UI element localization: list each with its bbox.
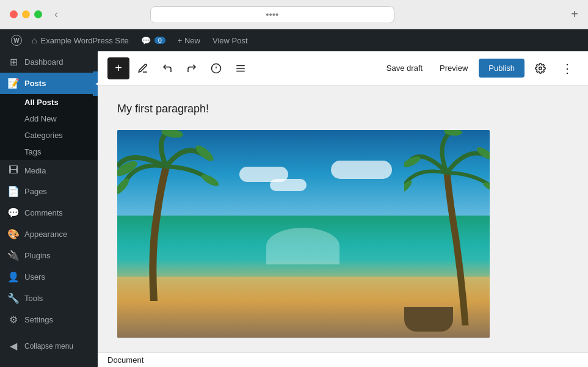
list-view-button[interactable] [230,57,252,79]
admin-bar-new[interactable]: + New [172,29,206,51]
admin-bar-comments[interactable]: 💬 0 [135,29,172,51]
media-label: Media [24,166,46,175]
browser-chrome: ‹ •••• + [0,0,588,29]
save-draft-button[interactable]: Save draft [380,60,429,76]
sidebar-item-posts[interactable]: 📝 Posts ◀ [0,73,98,94]
sidebar-item-media[interactable]: 🎞 Media [0,160,98,181]
info-button[interactable] [205,57,227,79]
minimize-button[interactable] [22,10,30,18]
sidebar-item-settings[interactable]: ⚙ Settings [0,309,98,330]
settings-label: Settings [24,315,53,324]
sidebar-item-users[interactable]: 👤 Users [0,266,98,288]
admin-bar-view-post[interactable]: View Post [206,29,254,51]
admin-bar-site[interactable]: ⌂ Example WordPress Site [26,29,135,51]
cloud-2 [270,179,307,191]
collapse-label: Collapse menu [24,342,73,351]
wp-admin-bar: W ⌂ Example WordPress Site 💬 0 + New Vie… [0,29,588,51]
browser-back-button[interactable]: ‹ [54,8,58,21]
svg-point-8 [539,67,542,70]
comment-count-badge: 0 [154,37,165,44]
submenu-add-new[interactable]: Add New [0,111,98,127]
plugins-label: Plugins [24,251,51,260]
new-label: + New [178,36,200,45]
sidebar-item-appearance[interactable]: 🎨 Appearance [0,223,98,245]
sidebar-item-tools[interactable]: 🔧 Tools [0,288,98,309]
wp-logo[interactable]: W [7,29,26,51]
posts-icon: 📝 [7,78,20,89]
appearance-label: Appearance [24,230,67,239]
palm-tree-left [117,130,227,301]
redo-button[interactable] [181,57,203,79]
toolbar-right: Save draft Preview Publish ⋮ [380,57,578,79]
sidebar-collapse-arrow[interactable]: ◀ [93,71,98,96]
block-tools-button[interactable] [132,57,154,79]
main-layout: ⊞ Dashboard 📝 Posts ◀ All Posts Add New … [0,51,588,367]
sidebar-item-dashboard[interactable]: ⊞ Dashboard [0,51,98,73]
dashboard-icon: ⊞ [7,56,20,68]
comments-icon: 💬 [7,207,20,219]
svg-point-13 [200,172,220,188]
close-button[interactable] [10,10,18,18]
address-bar-text: •••• [266,9,278,20]
plugins-icon: 🔌 [7,250,20,261]
submenu-categories[interactable]: Categories [0,127,98,144]
submenu-all-posts[interactable]: All Posts [0,94,98,111]
pages-label: Pages [24,187,47,196]
maximize-button[interactable] [34,10,42,18]
new-tab-button[interactable]: + [571,7,578,21]
collapse-icon: ◀ [7,340,20,352]
sidebar-item-comments[interactable]: 💬 Comments [0,202,98,223]
editor-settings-button[interactable] [529,57,551,79]
view-post-label: View Post [212,36,248,45]
sidebar-item-pages[interactable]: 📄 Pages [0,181,98,202]
svg-text:W: W [13,37,20,44]
editor-content[interactable]: My first paragraph! [98,85,588,367]
editor-toolbar: + [98,51,588,85]
users-label: Users [24,272,45,282]
appearance-icon: 🎨 [7,228,20,240]
site-name: Example WordPress Site [40,36,128,45]
publish-button[interactable]: Publish [479,59,524,78]
undo-button[interactable] [156,57,178,79]
image-block[interactable] [117,130,496,338]
settings-icon: ⚙ [7,314,20,325]
document-label: Document [107,355,143,365]
more-options-button[interactable]: ⋮ [556,57,578,79]
submenu-tags[interactable]: Tags [0,144,98,160]
house-icon: ⌂ [32,35,37,45]
tools-icon: 🔧 [7,293,20,304]
sidebar-item-plugins[interactable]: 🔌 Plugins [0,245,98,266]
dashboard-label: Dashboard [24,57,64,67]
posts-label: Posts [24,79,46,88]
sidebar-collapse-menu[interactable]: ◀ Collapse menu [0,335,98,357]
sidebar: ⊞ Dashboard 📝 Posts ◀ All Posts Add New … [0,51,98,367]
comment-icon: 💬 [141,36,151,45]
document-bar: Document [98,352,588,367]
paragraph-block[interactable]: My first paragraph! [117,100,568,118]
wave [266,228,339,264]
cloud-3 [331,161,392,179]
editor-area: + [98,51,588,367]
editor-canvas: My first paragraph! [98,85,588,352]
preview-button[interactable]: Preview [434,60,474,76]
address-bar[interactable]: •••• [150,6,394,23]
comments-label: Comments [24,208,63,217]
tools-label: Tools [24,294,43,303]
posts-submenu: All Posts Add New Categories Tags [0,94,98,160]
pages-icon: 📄 [7,186,20,197]
palm-tree-right [404,130,490,325]
media-icon: 🎞 [7,165,20,176]
add-block-button[interactable]: + [107,57,129,79]
users-icon: 👤 [7,271,20,283]
beach-image [117,130,490,338]
traffic-lights [10,10,42,18]
